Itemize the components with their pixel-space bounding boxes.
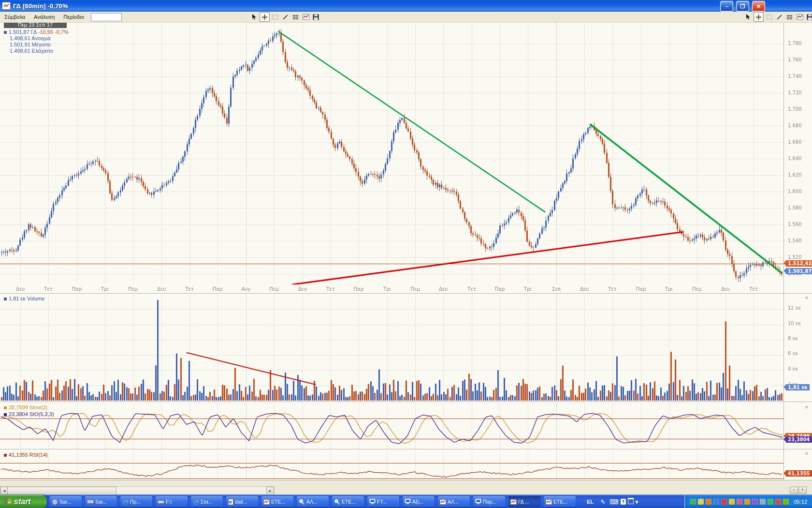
recorder-tray-icon[interactable]	[775, 499, 781, 505]
trendline-tool-icon[interactable]	[775, 13, 784, 21]
taskbar-button-Αξι[interactable]: Αξι...	[403, 496, 435, 507]
pen-icon[interactable]: ✎	[600, 498, 606, 506]
help-icon[interactable]: ?	[621, 499, 626, 505]
series-marker-icon	[4, 31, 7, 34]
weekday-tick: Παρ	[213, 286, 222, 292]
symbol-input[interactable]	[91, 13, 122, 21]
taskbar-clock[interactable]: 05:12	[794, 499, 807, 505]
chart-tool-icon[interactable]	[301, 13, 310, 21]
java-tray-icon[interactable]	[706, 499, 711, 505]
crosshair-tool-icon[interactable]	[754, 12, 764, 22]
taskbar-button-Στα[interactable]: eΣτα...	[191, 496, 223, 507]
scrollbar-thumb[interactable]	[7, 487, 116, 495]
download-flag-tray-icon[interactable]	[744, 499, 750, 505]
price-tick: 1.680	[788, 123, 802, 128]
restore-toolbar-icon[interactable]: ▾	[628, 498, 638, 506]
price-tick: 1.780	[788, 41, 802, 46]
taskbar-button-ΕΤΕ[interactable]: ΕΤΕ...	[261, 496, 293, 507]
language-bar: EL ✎ ⌨ ? ▾	[587, 495, 640, 508]
zoom-in-button[interactable]: +	[798, 487, 807, 494]
player-green-tray-icon[interactable]	[768, 499, 773, 505]
pointer-tool-icon[interactable]	[743, 13, 753, 21]
select-box-tool-icon[interactable]	[271, 13, 280, 21]
ie-icon: e	[122, 499, 129, 505]
system-tray: 05:12	[684, 495, 812, 508]
price-tick: 1.740	[788, 74, 802, 79]
rsi-header: 41,1355 RSI(14)	[4, 452, 48, 458]
taskbar-button-label: Πρ...	[130, 499, 141, 505]
rsi-pane-close-icon[interactable]: ✕	[804, 451, 810, 457]
weekday-tick: Τετ	[749, 286, 758, 292]
volume-tray-icon[interactable]	[760, 499, 766, 505]
chart-icon	[263, 499, 270, 505]
pattern-tool-icon[interactable]	[291, 13, 300, 21]
weekday-tick: Παρ	[354, 286, 363, 292]
pattern-tool-icon[interactable]	[785, 13, 794, 21]
stoch-pane-close-icon[interactable]: ✕	[804, 404, 810, 410]
crosshair-tool-icon[interactable]	[260, 12, 270, 22]
antivirus-shield-tray-icon[interactable]	[690, 499, 696, 505]
taskbar-button-F[interactable]: F:\	[156, 496, 188, 507]
weekday-tick: Δευ	[298, 286, 307, 292]
menu-periods[interactable]: Περίοδοι	[59, 13, 88, 21]
weekday-tick: Τετ	[44, 286, 53, 292]
taskbar-button-ΕΤΕ[interactable]: ΕΤΕ...	[544, 496, 576, 507]
volume-callout: 1,81 εκ	[786, 384, 810, 390]
taskbar-button-dail[interactable]: dail...	[226, 496, 258, 507]
taskbar-button-Πρ[interactable]: eΠρ...	[120, 496, 152, 507]
svg-text:e: e	[195, 500, 197, 504]
chart-tool-icon[interactable]	[795, 13, 804, 21]
bottom-strip	[0, 480, 812, 486]
taskbar-button-ΕΤΕ[interactable]: ΕΤΕ...	[332, 496, 364, 507]
chart-icon	[546, 499, 552, 505]
taskbar-button-FT[interactable]: FT...	[367, 496, 399, 507]
close-button[interactable]: ✕	[752, 1, 765, 12]
scrollbar-row: ◄ ► − +	[0, 486, 812, 494]
start-button[interactable]: start	[0, 495, 47, 508]
taskbar-button-Sar[interactable]: Sar...	[85, 496, 117, 507]
messenger-tray-icon[interactable]	[713, 499, 719, 505]
save-tool-icon[interactable]	[805, 13, 812, 21]
menu-bar: Σύμβολα Ανάλυση Περίοδοι Προβολή	[0, 12, 812, 23]
chart-canvas[interactable]	[0, 0, 812, 508]
trendline-tool-icon[interactable]	[281, 13, 290, 21]
chart-icon	[440, 499, 446, 505]
weekday-tick: Αυγ	[242, 286, 251, 292]
language-indicator[interactable]: EL	[587, 499, 594, 505]
select-box-tool-icon[interactable]	[765, 13, 774, 21]
horizontal-scrollbar[interactable]: ◄ ►	[0, 486, 275, 494]
taskbar-button-ΓΔ[interactable]: ΓΔ ...	[508, 496, 540, 507]
taskbar-button-Παρ[interactable]: Παρ...	[473, 496, 505, 507]
mail-tray-icon[interactable]	[737, 499, 742, 505]
svg-text:e: e	[124, 500, 126, 504]
restore-button[interactable]: ❐	[736, 1, 749, 12]
window-title: ΓΔ [60min] -0,70%	[13, 2, 68, 10]
price-tick: 1.700	[788, 106, 802, 112]
toolbar-left	[249, 12, 321, 22]
price-tick: 1.720	[788, 90, 802, 95]
price-tick: 1.560	[788, 222, 802, 227]
taskbar-button-ΑΛ[interactable]: ΑΛ...	[297, 496, 329, 507]
nvidia-tray-icon[interactable]	[783, 499, 789, 505]
price-tick: 1.640	[788, 156, 802, 161]
menu-symbols[interactable]: Σύμβολα	[0, 13, 29, 21]
media-tray-icon[interactable]	[752, 499, 758, 505]
taskbar-button-ΑΛ[interactable]: ΑΛ...	[438, 496, 470, 507]
taskbar-button-Sar[interactable]: Sar...	[50, 496, 82, 507]
scroll-right-button[interactable]: ►	[266, 487, 274, 495]
keyboard-icon[interactable]: ⌨	[609, 498, 619, 506]
save-tool-icon[interactable]	[311, 13, 320, 21]
zoom-out-button[interactable]: −	[790, 487, 798, 494]
weekday-tick: Τετ	[326, 286, 335, 292]
weekday-tick: Τετ	[608, 286, 617, 292]
weekday-tick: Τρι	[383, 286, 391, 292]
menu-analysis[interactable]: Ανάλυση	[29, 13, 59, 21]
pointer-tool-icon[interactable]	[249, 13, 259, 21]
network-error-tray-icon[interactable]	[721, 499, 727, 505]
mail-notifier-tray-icon[interactable]	[698, 499, 704, 505]
volume-pane-close-icon[interactable]: ✕	[804, 295, 810, 301]
security-alert-tray-icon[interactable]	[729, 499, 735, 505]
taskbar-button-label: F:\	[166, 499, 172, 505]
minimize-button[interactable]: –	[720, 1, 733, 12]
taskbar: start Sar...Sar...eΠρ...F:\eΣτα...dail..…	[0, 494, 812, 508]
